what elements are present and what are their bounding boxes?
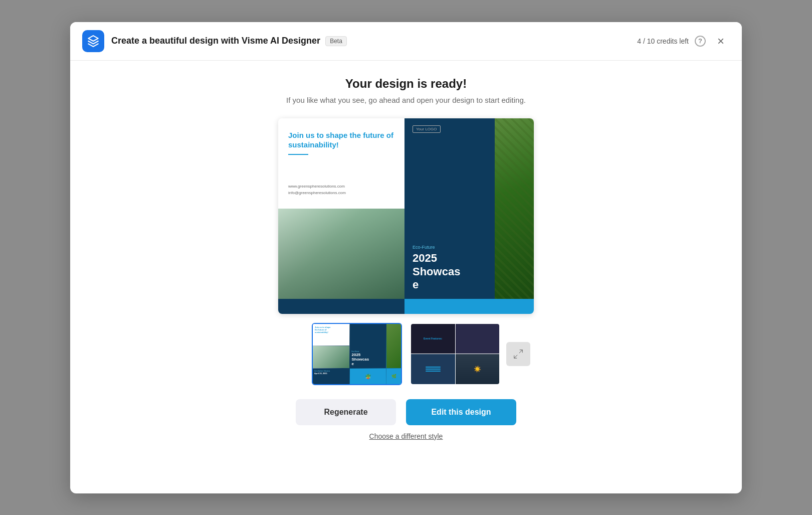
different-style-link[interactable]: Choose a different style xyxy=(369,432,443,440)
preview-divider xyxy=(288,154,308,155)
regenerate-button[interactable]: Regenerate xyxy=(296,399,396,425)
contact-info: www.greenspheresolutions.com info@greens… xyxy=(288,184,394,197)
expand-button[interactable] xyxy=(506,342,530,366)
modal-overlay: Create a beautiful design with Visme AI … xyxy=(0,0,812,515)
preview-cell-showcase: Your LOGO Eco-Future 2025Showcase xyxy=(404,118,495,299)
preview-cell-leaf: 🌿 xyxy=(495,299,534,314)
preview-cell-event-info: GreenSphere Solutions April 20, 2025 Gre… xyxy=(278,299,404,314)
showcase-title: 2025Showcase xyxy=(413,252,487,291)
header-right: 4 / 10 credits left ? × xyxy=(637,32,730,50)
close-button[interactable]: × xyxy=(712,32,730,50)
join-text: Join us to shape the future of sustainab… xyxy=(288,130,394,150)
thumbnail-2[interactable]: Event Features: ☀️ xyxy=(410,323,500,385)
design-preview: Join us to shape the future of sustainab… xyxy=(278,118,534,314)
preview-cell-header: Join us to shape the future of sustainab… xyxy=(278,118,404,209)
credits-text: 4 / 10 credits left xyxy=(637,37,689,45)
thumbnails-row: Join us to shapethe future ofsustainabil… xyxy=(312,323,500,385)
preview-cell-greenhouse xyxy=(278,209,404,299)
edit-design-button[interactable]: Edit this design xyxy=(406,399,516,425)
header-title-group: Create a beautiful design with Visme AI … xyxy=(111,36,637,46)
help-icon[interactable]: ? xyxy=(695,36,706,47)
visme-ai-icon xyxy=(82,30,104,52)
ready-subtitle: If you like what you see, go ahead and o… xyxy=(286,96,526,104)
action-buttons: Regenerate Edit this design xyxy=(296,399,516,425)
expand-button-wrapper xyxy=(506,342,530,366)
ready-title: Your design is ready! xyxy=(345,77,467,91)
svg-line-0 xyxy=(519,350,522,353)
svg-line-1 xyxy=(514,355,517,358)
eco-future-label: Eco-Future xyxy=(413,245,487,250)
preview-cell-plant: 🪴 xyxy=(404,299,495,314)
preview-cell-green-photo xyxy=(495,118,534,299)
thumbnail-1[interactable]: Join us to shapethe future ofsustainabil… xyxy=(312,323,402,385)
modal-body: Your design is ready! If you like what y… xyxy=(70,61,742,493)
modal-header: Create a beautiful design with Visme AI … xyxy=(70,22,742,61)
dialog-title: Create a beautiful design with Visme AI … xyxy=(111,36,320,46)
logo-placeholder: Your LOGO xyxy=(413,125,441,133)
beta-badge: Beta xyxy=(325,36,347,46)
modal-dialog: Create a beautiful design with Visme AI … xyxy=(70,22,742,493)
